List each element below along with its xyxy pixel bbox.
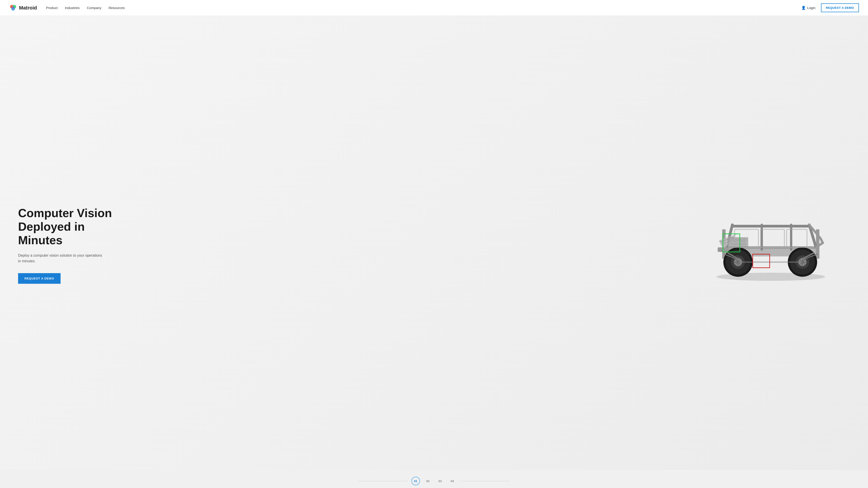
- nav-right: 👤 Login REQUEST A DEMO: [801, 3, 859, 12]
- nav-link-company[interactable]: Company: [87, 6, 101, 10]
- svg-rect-42: [761, 229, 784, 248]
- svg-rect-43: [786, 229, 807, 248]
- pagination-dot-2[interactable]: 02: [424, 477, 432, 485]
- request-demo-nav-button[interactable]: REQUEST A DEMO: [821, 3, 859, 12]
- hero-title: Computer Vision Deployed in Minutes: [18, 206, 127, 247]
- nav-item-company[interactable]: Company: [87, 6, 101, 10]
- nav-item-resources[interactable]: Resources: [108, 6, 125, 10]
- login-label: Login: [807, 6, 815, 10]
- request-demo-hero-button[interactable]: REQUEST A DEMO: [18, 273, 61, 284]
- nav-item-product[interactable]: Product: [46, 6, 58, 10]
- pagination-dot-4[interactable]: 04: [448, 477, 457, 485]
- user-icon: 👤: [801, 6, 806, 10]
- nav-link-resources[interactable]: Resources: [108, 6, 125, 10]
- logo-text: Matroid: [19, 5, 37, 11]
- hero-content: Computer Vision Deployed in Minutes Depl…: [18, 206, 127, 284]
- hero-section: Computer Vision Deployed in Minutes Depl…: [0, 16, 868, 470]
- logo-link[interactable]: Matroid: [9, 4, 37, 12]
- car-image-container: [705, 202, 836, 288]
- svg-rect-35: [730, 243, 746, 245]
- hero-visual: [692, 202, 850, 288]
- nav-link-industries[interactable]: Industries: [65, 6, 80, 10]
- hero-subtitle: Deploy a computer vision solution to you…: [18, 253, 104, 264]
- pagination-dot-1[interactable]: 01: [411, 477, 420, 485]
- pagination-line-right: [460, 481, 510, 481]
- nav-item-industries[interactable]: Industries: [65, 6, 80, 10]
- svg-rect-9: [733, 225, 809, 228]
- nav-links: Product Industries Company Resources: [46, 6, 125, 10]
- pagination-line-left: [358, 481, 408, 481]
- pagination-dot-3[interactable]: 03: [436, 477, 444, 485]
- nav-link-product[interactable]: Product: [46, 6, 58, 10]
- logo-icon: [9, 4, 17, 12]
- svg-rect-34: [730, 238, 746, 242]
- pagination-section: 01 02 03 04: [0, 470, 868, 488]
- svg-rect-16: [718, 248, 729, 252]
- nav-left: Matroid Product Industries Company Resou…: [9, 4, 125, 12]
- pagination-dots: 01 02 03 04: [411, 477, 457, 485]
- svg-point-3: [12, 6, 14, 8]
- login-link[interactable]: 👤 Login: [801, 6, 815, 10]
- navbar: Matroid Product Industries Company Resou…: [0, 0, 868, 16]
- car-chassis-svg: [705, 202, 836, 288]
